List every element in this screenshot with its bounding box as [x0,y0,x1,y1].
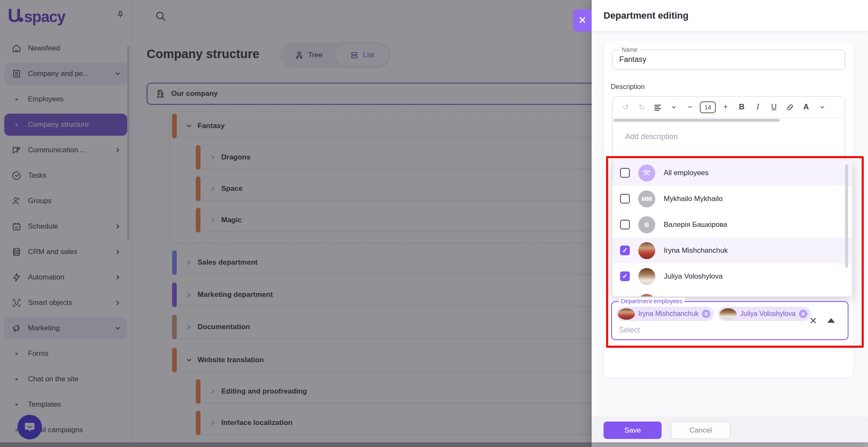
panel-footer: Save Cancel [592,418,868,442]
panel-body: Name Fantasy Description ↺ ↻ − 14 + [592,31,868,418]
align-chevron-icon[interactable] [667,100,681,115]
employee-option-valeriia[interactable]: B Валерія Башкірова [612,212,852,237]
close-icon: ✕ [578,14,587,26]
employee-name: Juliya Voloshylova [664,272,723,281]
chip-remove-icon[interactable]: ✕ [702,310,710,318]
chip-juliya: Juliya Voloshylova ✕ [718,307,811,321]
employee-option-iryna[interactable]: ✓ Iryna Mishchanchuk [612,237,852,263]
save-button[interactable]: Save [604,422,662,439]
font-size-increase-button[interactable]: + [718,100,733,115]
department-employees-select[interactable]: Department employees Iryna Mishchanchuk … [611,301,849,340]
all-employees-avatar [638,165,655,182]
underline-button[interactable]: U [767,100,781,115]
employee-name: Iryna Mishchanchuk [664,246,728,255]
checkbox-unchecked[interactable] [620,220,630,229]
font-size-decrease-button[interactable]: − [683,100,697,115]
selected-chips: Iryna Mishchanchuk ✕ Juliya Voloshylova … [616,307,811,321]
rich-text-toolbar: ↺ ↻ − 14 + B I U [612,97,845,118]
name-field[interactable]: Name Fantasy [612,50,845,70]
cancel-button[interactable]: Cancel [671,422,730,439]
avatar-initials: B [638,216,655,233]
chip-iryna: Iryna Mishchanchuk ✕ [616,307,714,321]
select-placeholder: Select [619,326,640,335]
name-field-label: Name [619,46,640,53]
employee-option-juliya[interactable]: ✓ Juliya Voloshylova [612,263,852,289]
bold-button[interactable]: B [734,100,749,115]
department-editing-panel: Department editing Name Fantasy Descript… [592,0,868,442]
name-field-value: Fantasy [619,55,646,64]
description-label: Description [611,83,645,91]
chip-remove-icon[interactable]: ✕ [799,310,807,318]
employee-option-partial[interactable] [612,289,852,296]
employee-option-mykhailo[interactable]: MM Mykhailo Mykhailo [612,186,852,212]
select-label: Department employees [619,298,684,305]
font-size-value[interactable]: 14 [700,101,716,113]
employee-name: All employees [664,169,709,177]
employee-dropdown: All employees MM Mykhailo Mykhailo B Вал… [612,160,852,296]
employee-name: Mykhailo Mykhailo [664,195,723,203]
font-color-button[interactable]: A [799,100,813,115]
close-panel-button[interactable]: ✕ [573,9,592,31]
avatar-photo [638,294,655,297]
toolbar-scrollbar[interactable] [613,119,780,122]
avatar-initials: MM [638,190,655,207]
align-button[interactable] [651,100,665,115]
app-window: Uspacy Newsfeed Company and pe... • Empl… [0,0,868,447]
panel-title: Department editing [604,10,688,21]
checkbox-checked[interactable]: ✓ [620,271,630,281]
dropdown-scrollbar[interactable] [845,164,848,268]
modal-overlay[interactable] [0,0,592,447]
undo-button[interactable]: ↺ [618,100,633,115]
avatar-photo [638,268,655,285]
link-button[interactable] [783,100,797,115]
avatar-photo [638,242,655,259]
checkbox-unchecked[interactable] [620,194,630,204]
redo-button[interactable]: ↻ [634,100,649,115]
italic-button[interactable]: I [751,100,765,115]
panel-header: Department editing [592,0,868,31]
checkbox-unchecked[interactable] [620,168,630,178]
chip-name: Iryna Mishchanchuk [638,310,698,318]
collapse-caret-icon[interactable] [827,318,835,323]
chip-avatar [720,308,737,320]
font-color-chevron-icon[interactable] [815,100,829,115]
chip-name: Juliya Voloshylova [740,310,796,318]
checkbox-checked[interactable]: ✓ [620,246,630,255]
description-placeholder: Add description [625,132,678,141]
chip-avatar [618,308,635,320]
clear-selection-icon[interactable]: ✕ [810,316,817,327]
employee-name: Валерія Башкірова [664,221,727,229]
employee-option-all[interactable]: All employees [612,160,852,186]
